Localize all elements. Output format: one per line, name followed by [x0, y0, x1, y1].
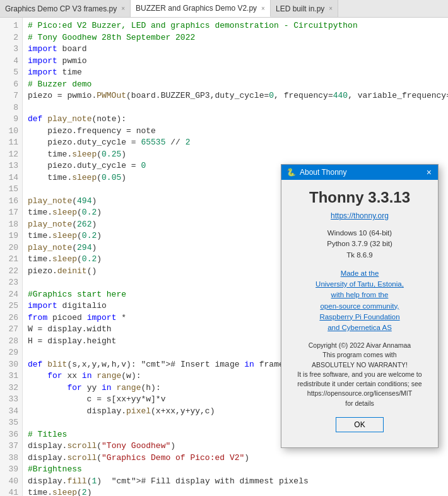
line-number: 4: [4, 56, 18, 68]
line-number: 40: [4, 476, 18, 488]
code-line: time.sleep(2): [28, 487, 443, 496]
line-number: 16: [4, 196, 18, 208]
about-dialog: 🐍 About Thonny × Thonny 3.3.13 https://t…: [281, 164, 439, 448]
line-number: 30: [4, 359, 18, 371]
line-number: 37: [4, 440, 18, 452]
line-number: 18: [4, 219, 18, 231]
line-number: 33: [4, 394, 18, 406]
line-number: 12: [4, 149, 18, 161]
tab-close-led[interactable]: ×: [329, 5, 333, 12]
code-line: #Brightness: [28, 464, 443, 476]
dialog-titlebar-left: 🐍 About Thonny: [286, 168, 347, 177]
made-at-link[interactable]: Made at theUniversity of Tartu, Estonia,…: [292, 268, 428, 334]
line-number: 7: [4, 90, 18, 102]
tab-bar: Graphics Demo CP V3 frames.py × BUZZER a…: [0, 0, 448, 18]
line-number: 3: [4, 44, 18, 56]
line-number: 5: [4, 67, 18, 79]
line-number: 32: [4, 382, 18, 394]
thonny-link[interactable]: https://thonny.org: [292, 211, 428, 220]
code-line: display.fill(1) "cmt"># Fill display wit…: [28, 476, 443, 488]
line-number: 17: [4, 207, 18, 219]
line-number: 19: [4, 230, 18, 242]
app-name: Thonny 3.3.13: [292, 189, 428, 206]
thonny-icon: 🐍: [286, 168, 296, 177]
line-number: 11: [4, 137, 18, 149]
line-number: 24: [4, 289, 18, 301]
tab-close-buzzer[interactable]: ×: [261, 5, 265, 12]
line-number: 21: [4, 254, 18, 266]
line-number: 27: [4, 324, 18, 336]
system-info: Windows 10 (64-bit)Python 3.7.9 (32 bit)…: [292, 228, 428, 261]
code-line: piezo.frequency = note: [28, 126, 443, 138]
code-line: # Tony Goodhew 28th September 2022: [28, 32, 443, 44]
line-number: 14: [4, 172, 18, 184]
line-number: 9: [4, 114, 18, 126]
line-number: 10: [4, 126, 18, 138]
ok-button[interactable]: OK: [336, 417, 383, 432]
code-line: import time: [28, 67, 443, 79]
code-line: time.sleep(0.25): [28, 149, 443, 161]
line-number: 2: [4, 32, 18, 44]
line-number: 39: [4, 464, 18, 476]
line-numbers: 1234567891011121314151617181920212223242…: [0, 18, 23, 496]
line-number: 20: [4, 242, 18, 254]
line-number: 35: [4, 417, 18, 429]
code-line: import pwmio: [28, 56, 443, 68]
tab-graphics-demo[interactable]: Graphics Demo CP V3 frames.py ×: [0, 0, 131, 17]
code-line: import board: [28, 44, 443, 56]
dialog-body: Thonny 3.3.13 https://thonny.org Windows…: [281, 180, 438, 447]
line-number: 6: [4, 79, 18, 91]
line-number: 34: [4, 406, 18, 418]
code-line: [28, 102, 443, 114]
line-number: 29: [4, 347, 18, 359]
code-line: piezo.duty_cycle = 65535 // 2: [28, 137, 443, 149]
dialog-footer: OK: [292, 417, 428, 440]
line-number: 41: [4, 487, 18, 496]
tab-label: Graphics Demo CP V3 frames.py: [5, 4, 117, 13]
line-number: 22: [4, 266, 18, 278]
line-number: 38: [4, 452, 18, 464]
line-number: 23: [4, 277, 18, 289]
tab-close-graphics-demo[interactable]: ×: [121, 5, 125, 12]
copyright-text: Copyright (©) 2022 Aivar Annamaa This pr…: [292, 341, 428, 408]
dialog-titlebar: 🐍 About Thonny ×: [281, 165, 438, 180]
code-line: display.scroll("Graphics Demo of Pico:ed…: [28, 452, 443, 464]
code-line: # Buzzer demo: [28, 79, 443, 91]
line-number: 28: [4, 336, 18, 348]
tab-buzzer-demo[interactable]: BUZZER and Graphics Demo V2.py ×: [131, 0, 271, 17]
line-number: 26: [4, 312, 18, 324]
code-line: def play_note(note):: [28, 114, 443, 126]
line-number: 25: [4, 300, 18, 312]
tab-led-builtin[interactable]: LED built in.py ×: [271, 0, 338, 17]
dialog-title-text: About Thonny: [300, 168, 347, 177]
line-number: 15: [4, 184, 18, 196]
code-line: # Pico:ed V2 Buzzer, LED and graphics de…: [28, 20, 443, 32]
tab-label-led: LED built in.py: [276, 4, 324, 13]
tab-label-active: BUZZER and Graphics Demo V2.py: [136, 4, 257, 13]
line-number: 8: [4, 102, 18, 114]
line-number: 31: [4, 370, 18, 382]
line-number: 13: [4, 160, 18, 172]
dialog-close-button[interactable]: ×: [425, 168, 433, 177]
line-number: 1: [4, 20, 18, 32]
line-number: 36: [4, 429, 18, 441]
code-line: piezo = pwmio.PWMOut(board.BUZZER_GP3,du…: [28, 90, 443, 102]
